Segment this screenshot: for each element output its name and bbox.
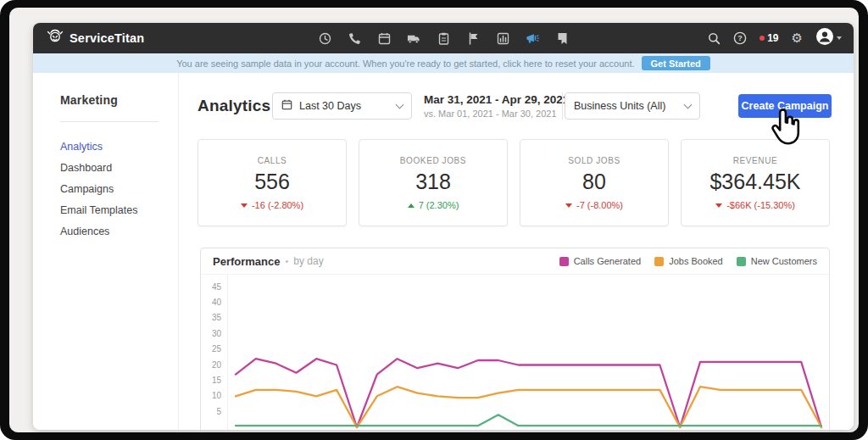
kpi-value: 556 bbox=[254, 170, 290, 194]
trend-arrow-icon bbox=[408, 203, 415, 208]
chart-subtitle: by day bbox=[293, 255, 323, 267]
schedule-icon[interactable] bbox=[318, 31, 331, 45]
settings-gear-icon[interactable]: ⚙ bbox=[792, 32, 803, 45]
sidebar-item-campaigns[interactable]: Campaigns bbox=[60, 183, 178, 196]
trend-arrow-icon bbox=[241, 203, 248, 208]
svg-text:?: ? bbox=[737, 34, 743, 42]
y-tick-label: 30 bbox=[212, 329, 221, 338]
reports-icon[interactable] bbox=[496, 31, 509, 45]
legend-item-new-customers[interactable]: New Customers bbox=[737, 256, 817, 266]
notification-count: 19 bbox=[767, 32, 778, 44]
invoices-clipboard-icon[interactable] bbox=[437, 31, 450, 45]
dispatch-truck-icon[interactable] bbox=[407, 31, 420, 45]
kpi-card-calls[interactable]: CALLS 556 -16 (-2.80%) bbox=[198, 139, 347, 226]
window-frame: ServiceTitan bbox=[0, 0, 868, 440]
brand-name: ServiceTitan bbox=[70, 31, 144, 45]
chart-plot-area: 51015202530354045 bbox=[201, 275, 829, 430]
follow-ups-flag-icon[interactable] bbox=[466, 31, 480, 45]
kpi-value: 80 bbox=[582, 170, 606, 194]
kpi-delta: -7 (-8.00%) bbox=[565, 200, 623, 210]
business-units-value: Business Units (All) bbox=[574, 100, 665, 112]
kpi-value: $364.45K bbox=[709, 170, 800, 194]
notification-dot-icon bbox=[760, 36, 765, 41]
search-icon[interactable] bbox=[707, 31, 721, 45]
legend-swatch-icon bbox=[654, 257, 664, 266]
sample-data-banner: You are seeing sample data in your accou… bbox=[33, 53, 854, 73]
sidebar-item-audiences[interactable]: Audiences bbox=[60, 226, 178, 238]
chevron-down-icon bbox=[684, 101, 693, 109]
navbar-module-icons bbox=[318, 23, 569, 53]
chart-title-separator: • bbox=[285, 256, 288, 266]
servicetitan-logo-icon bbox=[47, 28, 64, 48]
help-icon[interactable]: ? bbox=[733, 31, 747, 45]
top-navbar: ServiceTitan bbox=[33, 23, 854, 53]
y-tick-label: 5 bbox=[216, 407, 221, 416]
page-title: Analytics bbox=[198, 97, 270, 115]
kpi-label: SOLD JOBS bbox=[568, 156, 620, 165]
chevron-down-icon bbox=[396, 101, 404, 109]
performance-chart-panel: Performance • by day Calls Generated bbox=[200, 248, 830, 430]
sidebar-section-title: Marketing bbox=[60, 93, 178, 107]
y-tick-label: 15 bbox=[212, 376, 221, 385]
chart-title: Performance bbox=[213, 255, 280, 268]
user-menu[interactable] bbox=[815, 27, 842, 49]
brand[interactable]: ServiceTitan bbox=[33, 28, 144, 48]
get-started-button[interactable]: Get Started bbox=[642, 56, 710, 70]
legend-item-calls-generated[interactable]: Calls Generated bbox=[559, 256, 642, 266]
trend-arrow-icon bbox=[565, 203, 572, 208]
line-chart bbox=[228, 275, 829, 430]
screenshot-stage: ServiceTitan bbox=[0, 0, 868, 440]
trend-arrow-icon bbox=[715, 203, 722, 208]
kpi-delta: 7 (2.30%) bbox=[408, 200, 459, 210]
sidebar-divider bbox=[60, 121, 159, 122]
desktop-background: ServiceTitan bbox=[9, 8, 859, 432]
user-avatar-icon bbox=[815, 27, 834, 49]
banner-message: You are seeing sample data in your accou… bbox=[176, 58, 634, 69]
current-period: Mar 31, 2021 - Apr 29, 2021 bbox=[424, 93, 569, 106]
y-tick-label: 20 bbox=[212, 360, 221, 370]
sidebar-item-dashboard[interactable]: Dashboard bbox=[60, 162, 178, 175]
navbar-utilities: ? 19 ⚙ bbox=[707, 27, 854, 49]
kpi-label: BOOKED JOBS bbox=[400, 156, 466, 165]
kpi-delta: -16 (-2.80%) bbox=[241, 200, 303, 210]
legend-item-jobs-booked[interactable]: Jobs Booked bbox=[654, 256, 723, 266]
notifications-badge[interactable]: 19 bbox=[760, 32, 778, 44]
create-campaign-button[interactable]: Create Campaign bbox=[738, 94, 832, 118]
sidebar-item-analytics[interactable]: Analytics bbox=[60, 141, 178, 153]
chevron-down-icon bbox=[837, 36, 842, 40]
kpi-value: 318 bbox=[415, 170, 451, 194]
comparison-period: vs. Mar 01, 2021 - Mar 30, 2021 bbox=[424, 109, 569, 119]
header-divider bbox=[562, 92, 563, 120]
chart-header: Performance • by day Calls Generated bbox=[201, 248, 829, 275]
kpi-label: CALLS bbox=[258, 156, 287, 165]
y-axis-labels: 51015202530354045 bbox=[201, 275, 228, 430]
marketing-megaphone-icon[interactable] bbox=[526, 31, 539, 45]
kpi-delta: -$66K (-15.30%) bbox=[715, 200, 795, 210]
pricebook-icon[interactable] bbox=[555, 31, 569, 45]
y-tick-label: 40 bbox=[212, 298, 221, 307]
y-tick-label: 45 bbox=[212, 282, 221, 292]
business-units-dropdown[interactable]: Business Units (All) bbox=[565, 92, 700, 120]
app-window: ServiceTitan bbox=[33, 23, 854, 430]
calendar-icon bbox=[281, 98, 292, 114]
legend-swatch-icon bbox=[559, 257, 569, 266]
kpi-label: REVENUE bbox=[733, 156, 778, 165]
kpi-card-sold-jobs[interactable]: SOLD JOBS 80 -7 (-8.00%) bbox=[520, 139, 669, 226]
kpi-card-booked-jobs[interactable]: BOOKED JOBS 318 7 (2.30%) bbox=[359, 139, 508, 226]
legend-swatch-icon bbox=[737, 257, 746, 266]
y-tick-label: 10 bbox=[212, 391, 221, 400]
y-tick-label: 25 bbox=[212, 344, 221, 354]
phone-icon[interactable] bbox=[348, 31, 361, 45]
sidebar: Marketing Analytics Dashboard Campaigns … bbox=[33, 73, 179, 430]
date-range-summary: Mar 31, 2021 - Apr 29, 2021 vs. Mar 01, … bbox=[424, 93, 569, 119]
date-range-value: Last 30 Days bbox=[299, 100, 361, 112]
sidebar-item-email-templates[interactable]: Email Templates bbox=[60, 204, 178, 217]
main-content: Analytics Last 30 Days Mar 31, 2021 - Ap… bbox=[179, 73, 854, 430]
calendar-icon[interactable] bbox=[377, 31, 391, 45]
kpi-card-revenue[interactable]: REVENUE $364.45K -$66K (-15.30%) bbox=[681, 139, 830, 226]
y-tick-label: 35 bbox=[212, 313, 221, 322]
date-range-dropdown[interactable]: Last 30 Days bbox=[272, 92, 412, 120]
chart-legend: Calls Generated Jobs Booked New Customer… bbox=[559, 256, 817, 266]
